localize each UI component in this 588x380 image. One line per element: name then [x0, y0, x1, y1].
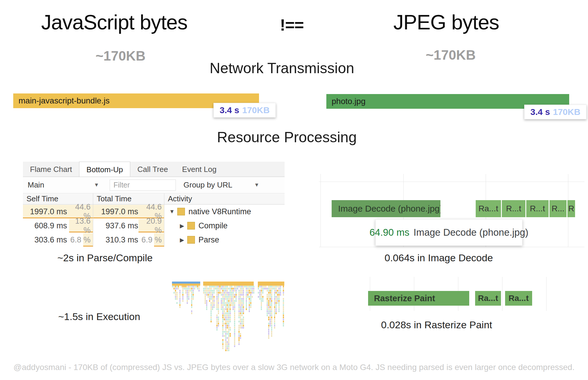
total-time-cell: 937.6 ms 20.9 % — [93, 219, 164, 233]
raster-task-bar: Ra...t — [505, 291, 532, 306]
image-decode-tooltip: 64.90 ms Image Decode (phone.jpg) — [375, 219, 522, 246]
tab-call-tree[interactable]: Call Tree — [130, 162, 175, 177]
raster-task-bar: R...t — [526, 200, 549, 217]
rasterize-paint-bar: Rasterize Paint — [368, 291, 469, 306]
group-by-url-select[interactable]: Group by URL ▼ — [179, 180, 264, 190]
flame-chart-thumbnail — [172, 282, 285, 356]
timeline-gridline — [319, 247, 584, 247]
activity-label: Parse — [198, 235, 219, 245]
raster-task-bar: R...t — [502, 200, 525, 217]
resource-processing-heading: Resource Processing — [217, 129, 357, 146]
image-decode-caption: 0.064s in Image Decode — [385, 252, 493, 264]
title-javascript-bytes: JavaScript bytes — [41, 11, 188, 34]
timeline-gridline — [320, 174, 321, 247]
total-pct: 6.9 % — [138, 235, 162, 245]
self-ms: 1997.0 ms — [24, 207, 67, 216]
self-pct: 6.8 % — [67, 235, 91, 245]
expand-arrow-icon[interactable]: ▶ — [177, 222, 187, 229]
rasterize-paint-caption: 0.028s in Rasterize Paint — [381, 319, 492, 331]
filter-input[interactable] — [110, 180, 176, 191]
total-pct: 20.9 % — [138, 217, 162, 235]
parse-compile-caption: ~2s in Parse/Compile — [57, 252, 153, 264]
network-transmission-heading: Network Transmission — [210, 60, 354, 77]
total-ms: 937.6 ms — [95, 221, 138, 230]
table-row[interactable]: 303.6 ms 6.8 % 310.3 ms 6.9 % ▶ Parse — [23, 233, 285, 247]
tab-bottom-up[interactable]: Bottom-Up — [79, 162, 130, 177]
devtools-toolbar: Main ▼ Group by URL ▼ — [23, 177, 285, 193]
activity-cell: ▶ Parse — [164, 233, 285, 247]
devtools-tab-bar: Flame Chart Bottom-Up Call Tree Event Lo… — [23, 162, 285, 177]
timeline-gridline — [546, 277, 547, 311]
tab-flame-chart[interactable]: Flame Chart — [23, 162, 79, 177]
decode-tooltip-label: Image Decode (phone.jpg) — [414, 227, 529, 238]
total-ms: 310.3 ms — [95, 235, 138, 245]
main-thread-select-value: Main — [28, 180, 44, 190]
collapse-arrow-icon[interactable]: ▼ — [167, 208, 177, 215]
self-time-cell: 608.9 ms 13.6 % — [23, 219, 93, 233]
image-decode-bar: Image Decode (phone.jpg) — [332, 200, 440, 217]
js-network-bar-label: main-javascript-bundle.js — [19, 96, 110, 105]
activity-label: Compile — [198, 221, 228, 230]
slide-canvas: JavaScript bytes !== JPEG bytes ~170KB ~… — [0, 0, 588, 380]
column-header-activity[interactable]: Activity — [164, 193, 285, 204]
expand-arrow-icon[interactable]: ▶ — [177, 237, 187, 243]
title-jpeg-bytes: JPEG bytes — [393, 11, 499, 34]
decode-tooltip-time: 64.90 ms — [370, 227, 410, 238]
main-thread-select[interactable]: Main ▼ — [23, 180, 104, 190]
jpeg-network-tooltip: 3.4 s170KB — [524, 105, 587, 119]
not-equal-operator: !== — [280, 15, 304, 34]
raster-task-bar: R — [567, 200, 575, 217]
jpeg-tooltip-size: 170KB — [553, 107, 580, 117]
total-time-cell: 310.3 ms 6.9 % — [93, 233, 164, 247]
attribution-footer: @addyosmani - 170KB of (compressed) JS v… — [0, 363, 588, 372]
jpeg-tooltip-time: 3.4 s — [530, 107, 550, 117]
jpeg-size-label: ~170KB — [426, 47, 476, 63]
total-ms: 1997.0 ms — [95, 207, 138, 216]
tab-event-log[interactable]: Event Log — [175, 162, 223, 177]
js-network-tooltip: 3.4 s170KB — [213, 103, 276, 118]
scripting-color-swatch — [187, 222, 195, 230]
js-tooltip-time: 3.4 s — [220, 105, 239, 115]
timeline-gridline — [319, 182, 584, 182]
scripting-color-swatch — [177, 208, 185, 215]
activity-label: native V8Runtime — [188, 207, 251, 216]
devtools-panel: Flame Chart Bottom-Up Call Tree Event Lo… — [23, 162, 285, 247]
flame-chart-canvas — [172, 282, 285, 356]
activity-cell: ▶ Compile — [164, 219, 285, 233]
raster-task-bar: Ra...t — [476, 200, 501, 217]
self-time-cell: 303.6 ms 6.8 % — [23, 233, 93, 247]
execution-caption: ~1.5s in Execution — [58, 311, 140, 322]
self-ms: 303.6 ms — [24, 235, 67, 245]
jpeg-network-bar-label: photo.jpg — [332, 97, 365, 106]
group-by-url-value: Group by URL — [183, 180, 232, 190]
self-pct: 13.6 % — [67, 217, 91, 235]
js-tooltip-size: 170KB — [242, 105, 270, 115]
table-row[interactable]: 608.9 ms 13.6 % 937.6 ms 20.9 % ▶ Compil… — [23, 219, 285, 233]
timeline-gridline — [502, 277, 502, 311]
chevron-down-icon: ▼ — [254, 182, 259, 188]
raster-task-bar: R... — [549, 200, 567, 217]
self-ms: 608.9 ms — [24, 221, 67, 230]
js-size-label: ~170KB — [96, 48, 146, 64]
activity-cell: ▼ native V8Runtime — [164, 205, 285, 219]
raster-task-bar: Ra...t — [475, 291, 501, 306]
chevron-down-icon: ▼ — [94, 182, 99, 188]
scripting-color-swatch — [187, 236, 195, 244]
